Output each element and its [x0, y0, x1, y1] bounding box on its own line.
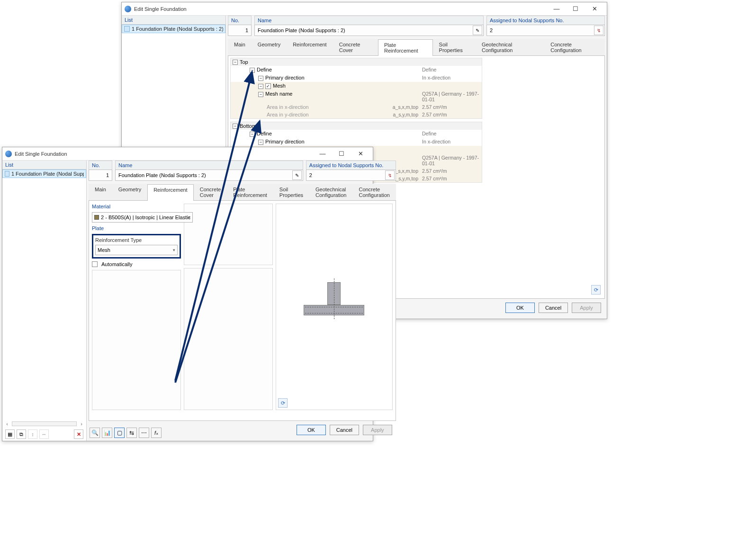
tree-row-label[interactable]: −Primary direction: [231, 138, 378, 146]
pick-support-icon[interactable]: ↯: [385, 170, 395, 180]
titlebar[interactable]: Edit Single Foundation — ☐ ✕: [2, 147, 373, 161]
tab-concrete-cover[interactable]: Concrete Cover: [333, 39, 378, 55]
name-input[interactable]: Foundation Plate (Nodal Supports : 2) ✎: [115, 170, 303, 181]
window-title: Edit Single Foundation: [15, 151, 313, 157]
tab-concrete-cover[interactable]: Concrete Cover: [194, 184, 227, 200]
view-icon-6[interactable]: fₓ: [151, 428, 162, 438]
tab-reinforcement[interactable]: Reinforcement: [147, 184, 194, 201]
tree-row-value: In x-direction: [420, 74, 482, 82]
collapse-icon[interactable]: −: [233, 124, 238, 129]
view-icon-5[interactable]: ⋯: [139, 428, 149, 438]
tool-icon-1[interactable]: ↕: [28, 429, 37, 439]
titlebar[interactable]: Edit Single Foundation — ☐ ✕: [122, 2, 607, 16]
tab-soil-properties[interactable]: Soil Properties: [433, 39, 476, 55]
footer-toolbar: 🔍 📊 ▢ ⇆ ⋯ fₓ: [90, 428, 162, 438]
tree-row-value: 2.57 cm²/m: [420, 111, 482, 118]
tree-row-value: [420, 146, 482, 154]
tree-row-label[interactable]: Area in x-direction: [231, 103, 378, 111]
cancel-button[interactable]: Cancel: [330, 425, 359, 435]
list-header: List: [2, 161, 86, 170]
tree-row-label[interactable]: −Define: [231, 66, 378, 74]
tree-row-label[interactable]: −✓Mesh: [231, 82, 378, 90]
tool-icon-2[interactable]: ↔: [39, 429, 49, 439]
tab-geometry[interactable]: Geometry: [112, 184, 147, 200]
tree-row-label[interactable]: −Define: [231, 130, 378, 138]
close-button[interactable]: ✕: [585, 2, 604, 16]
name-header: Name: [254, 16, 484, 25]
name-input[interactable]: Foundation Plate (Nodal Supports : 2) ✎: [254, 25, 484, 36]
collapse-icon[interactable]: −: [233, 60, 238, 65]
foundation-diagram: [304, 282, 364, 315]
expand-icon[interactable]: −: [258, 76, 263, 81]
no-input[interactable]: 1: [228, 25, 252, 36]
tree-row-label[interactable]: −Mesh name: [231, 90, 378, 103]
ok-button[interactable]: OK: [505, 303, 535, 313]
tree-row-value: Define: [420, 130, 482, 138]
app-icon: [5, 151, 12, 157]
delete-icon[interactable]: ✕: [74, 429, 83, 439]
list-header: List: [122, 16, 225, 25]
maximize-button[interactable]: ☐: [332, 147, 351, 161]
tab-soil-properties[interactable]: Soil Properties: [273, 184, 309, 200]
assigned-input[interactable]: 2 ↯: [306, 170, 396, 181]
minimize-button[interactable]: —: [313, 147, 332, 161]
tab-geometry[interactable]: Geometry: [252, 39, 287, 55]
assigned-input[interactable]: 2 ↯: [486, 25, 605, 36]
minimize-button[interactable]: —: [547, 2, 566, 16]
ok-button[interactable]: OK: [297, 425, 326, 435]
material-combo[interactable]: 2 - B500S(A) | Isotropic | Linear Elasti…: [92, 212, 193, 223]
checkbox-icon[interactable]: ✓: [265, 83, 271, 89]
horizontal-scrollbar[interactable]: ‹›: [2, 420, 86, 428]
view-icon-3[interactable]: ▢: [114, 428, 125, 438]
tab-concrete-configuration[interactable]: Concrete Configuration: [352, 184, 396, 200]
tree-row-label[interactable]: Area in y-direction: [231, 111, 378, 118]
close-button[interactable]: ✕: [351, 147, 370, 161]
tab-geotechnical-configuration[interactable]: Geotechnical Configuration: [476, 39, 544, 55]
view-icon-4[interactable]: ⇆: [126, 428, 137, 438]
automatically-checkbox[interactable]: Automatically: [92, 261, 181, 267]
apply-button[interactable]: Apply: [572, 303, 601, 313]
refresh-3d-icon[interactable]: ⟳: [278, 398, 288, 408]
no-header: No.: [228, 16, 252, 25]
tree-row-value: 2.57 cm²/m: [420, 175, 482, 182]
apply-button[interactable]: Apply: [363, 425, 392, 435]
new-icon[interactable]: ▦: [5, 429, 15, 439]
reinforcement-type-combo[interactable]: Mesh ▾: [95, 245, 178, 255]
edit-name-icon[interactable]: ✎: [473, 26, 482, 35]
copy-list-icon[interactable]: ⧉: [17, 429, 26, 439]
chevron-down-icon: ▾: [173, 248, 175, 252]
view-icon-1[interactable]: 🔍: [90, 428, 100, 438]
expand-icon[interactable]: −: [250, 132, 255, 137]
view-icon-2[interactable]: 📊: [102, 428, 112, 438]
tree-row-symbol: a_s,y,m,top: [378, 111, 420, 118]
list-item[interactable]: 1 Foundation Plate (Nodal Supports : 2): [122, 25, 225, 33]
tree-row-symbol: [378, 146, 420, 154]
tab-geotechnical-configuration[interactable]: Geotechnical Configuration: [309, 184, 352, 200]
pick-support-icon[interactable]: ↯: [594, 26, 603, 35]
tree-row-value: In x-direction: [420, 138, 482, 146]
tree-row-label[interactable]: −Primary direction: [231, 74, 378, 82]
window-title: Edit Single Foundation: [134, 6, 547, 12]
expand-icon[interactable]: −: [258, 140, 263, 145]
plate-heading: Plate: [92, 225, 181, 231]
no-input[interactable]: 1: [89, 170, 112, 181]
tree-row-value: Define: [420, 66, 482, 74]
tab-reinforcement[interactable]: Reinforcement: [287, 39, 333, 55]
edit-name-icon[interactable]: ✎: [292, 170, 302, 180]
expand-icon[interactable]: −: [250, 68, 255, 73]
expand-icon[interactable]: −: [258, 92, 263, 97]
tree-row-symbol: [378, 82, 420, 90]
tab-concrete-configuration[interactable]: Concrete Configuration: [544, 39, 605, 55]
tab-plate-reinforcement[interactable]: Plate Reinforcement: [227, 184, 273, 200]
tab-main[interactable]: Main: [89, 184, 112, 200]
tab-plate-reinforcement[interactable]: Plate Reinforcement: [378, 39, 433, 56]
side-panel: ⟳: [484, 58, 603, 296]
maximize-button[interactable]: ☐: [566, 2, 585, 16]
section-header[interactable]: −Top: [231, 58, 482, 66]
refresh-3d-icon[interactable]: ⟳: [591, 285, 601, 295]
list-item[interactable]: 1 Foundation Plate (Nodal Supports : 2): [2, 170, 86, 178]
cancel-button[interactable]: Cancel: [539, 303, 568, 313]
expand-icon[interactable]: −: [258, 84, 263, 89]
tab-main[interactable]: Main: [228, 39, 252, 55]
section-header[interactable]: −Bottom: [231, 122, 482, 130]
